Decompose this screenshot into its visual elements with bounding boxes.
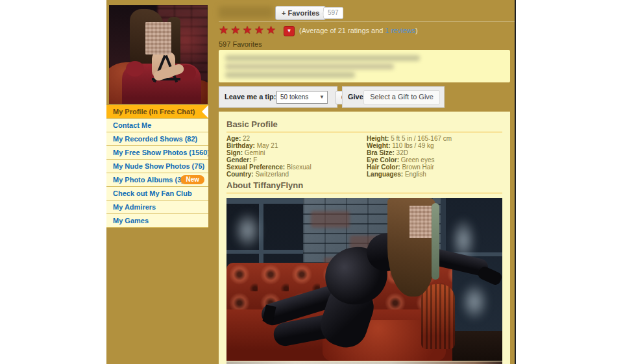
chevron-down-icon: ▼ bbox=[319, 91, 324, 103]
sidebar-item-label: My Profile (In Free Chat) bbox=[113, 108, 195, 115]
window-reflection-art bbox=[233, 211, 262, 250]
sidebar-item[interactable]: My Games bbox=[106, 214, 208, 228]
profile-stat: Height: 5 ft 5 in / 165-167 cm bbox=[367, 135, 506, 142]
sidebar-item-label: Check out My Fan Club bbox=[113, 189, 192, 197]
sidebar-item-label: My Free Show Photos (1560) bbox=[113, 149, 208, 156]
rating-text: (Average of 21 ratings and bbox=[299, 27, 385, 34]
profile-stat: Bra Size: 32D bbox=[367, 149, 506, 156]
star-icon[interactable]: ★ bbox=[230, 25, 240, 36]
redacted-text-line bbox=[225, 72, 355, 78]
profile-stat: Eye Color: Green eyes bbox=[367, 156, 506, 164]
window-reflection-art bbox=[460, 282, 489, 321]
sidebar-item[interactable]: My Photo Albums (3) New bbox=[106, 173, 208, 187]
profile-panel: Basic Profile Age: 22Birthday: May 21Sig… bbox=[219, 112, 510, 364]
star-icon[interactable]: ★ bbox=[254, 25, 264, 36]
add-favorites-button[interactable]: + Favorites bbox=[275, 6, 326, 20]
sidebar-item[interactable]: My Free Show Photos (1560) bbox=[106, 146, 208, 160]
sidebar-item-label: My Admirers bbox=[113, 203, 156, 211]
profile-stat: Hair Color: Brown Hair bbox=[367, 164, 506, 171]
sidebar-item[interactable]: My Admirers bbox=[106, 200, 208, 214]
redacted-text-line bbox=[225, 64, 394, 69]
profile-stat: Weight: 110 lbs / 49 kg bbox=[367, 142, 506, 149]
sidebar-item-label: My Recorded Shows (82) bbox=[113, 135, 197, 143]
about-photo bbox=[226, 198, 502, 361]
star-icon[interactable]: ★ bbox=[266, 25, 276, 36]
reviews-link[interactable]: 1 reviews bbox=[385, 27, 415, 34]
pixelated-face bbox=[145, 22, 171, 55]
star-icon[interactable]: ★ bbox=[219, 25, 228, 36]
main-content: + Favorites 597 ★★★★★ ▾ (Average of 21 r… bbox=[219, 0, 515, 364]
stats-column-right: Height: 5 ft 5 in / 165-167 cmWeight: 11… bbox=[367, 135, 506, 178]
sidebar-item-label: My Photo Albums (3) bbox=[113, 176, 184, 184]
couch-armrest-art bbox=[421, 284, 455, 349]
model-name-redacted bbox=[219, 6, 273, 18]
new-badge: New bbox=[180, 175, 204, 184]
select-gift-button[interactable]: Select a Gift to Give bbox=[363, 90, 440, 104]
favorites-count-badge: 597 bbox=[323, 7, 343, 19]
red-dress-art bbox=[126, 61, 144, 77]
star-rating[interactable]: ★★★★★ bbox=[219, 24, 278, 36]
tip-label: Leave me a tip: bbox=[225, 93, 276, 101]
profile-stat: Gender: F bbox=[226, 156, 363, 164]
rating-summary: (Average of 21 ratings and 1 reviews) bbox=[299, 27, 418, 34]
tip-amount-value: 50 tokens bbox=[280, 93, 308, 101]
gift-box: Give me a gift: Select a Gift to Give bbox=[342, 86, 445, 108]
rating-dropdown-icon[interactable]: ▾ bbox=[284, 26, 295, 36]
sidebar-item[interactable]: My Nude Show Photos (75) bbox=[106, 160, 208, 173]
profile-stat: Sign: Gemini bbox=[226, 149, 363, 156]
sidebar-item-label: My Nude Show Photos (75) bbox=[113, 162, 204, 170]
page: My Profile (In Free Chat) Contact Me My … bbox=[0, 0, 623, 364]
hair-strand-art bbox=[432, 203, 439, 280]
profile-photo-thumbnail bbox=[109, 5, 208, 104]
profile-page-background: My Profile (In Free Chat) Contact Me My … bbox=[106, 0, 516, 364]
sidebar-menu: My Profile (In Free Chat) Contact Me My … bbox=[106, 105, 208, 228]
section-underline bbox=[226, 193, 502, 193]
tip-amount-select[interactable]: 50 tokens▼ bbox=[276, 91, 328, 104]
sidebar-item[interactable]: Check out My Fan Club bbox=[106, 187, 208, 200]
redacted-text-line bbox=[225, 55, 420, 61]
profile-stat: Country: Switzerland bbox=[226, 171, 363, 178]
favorites-count-text: 597 Favorites bbox=[219, 40, 262, 48]
profile-stat: Languages: English bbox=[367, 171, 506, 178]
announcement-banner-redacted bbox=[219, 50, 510, 82]
pixelated-face bbox=[409, 206, 432, 238]
profile-stat: Sexual Preference: Bisexual bbox=[226, 164, 363, 171]
star-icon[interactable]: ★ bbox=[243, 25, 252, 36]
sidebar-item[interactable]: My Profile (In Free Chat) bbox=[106, 105, 208, 119]
stats-column-left: Age: 22Birthday: May 21Sign: GeminiGende… bbox=[226, 135, 363, 178]
basic-profile-heading: Basic Profile bbox=[226, 119, 278, 129]
tip-box: Leave me a tip: 50 tokens▼ Give Tip bbox=[219, 86, 337, 108]
profile-stat: Age: 22 bbox=[226, 135, 363, 142]
section-underline bbox=[226, 132, 502, 132]
sidebar-item-label: My Games bbox=[113, 217, 149, 224]
sidebar-item[interactable]: Contact Me bbox=[106, 119, 208, 132]
active-arrow-icon bbox=[202, 105, 208, 118]
profile-stat: Birthday: May 21 bbox=[226, 142, 363, 149]
rating-text: ) bbox=[415, 27, 418, 34]
next-photo-edge bbox=[226, 361, 502, 364]
about-heading: About TiffanyFlynn bbox=[226, 180, 303, 190]
sidebar-item-label: Contact Me bbox=[113, 121, 151, 129]
divider bbox=[219, 21, 515, 22]
brick-patch-art bbox=[311, 211, 350, 228]
sidebar-item[interactable]: My Recorded Shows (82) bbox=[106, 132, 208, 146]
